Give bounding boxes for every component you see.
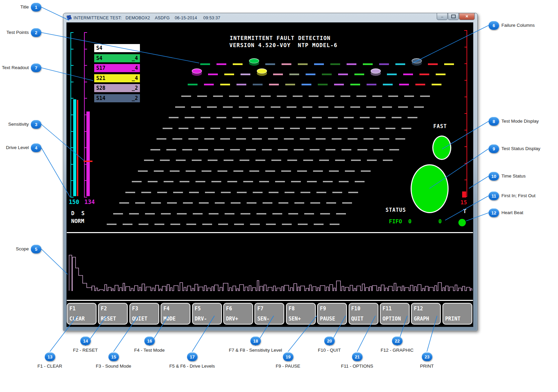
fkey-f12[interactable]: F12GRAPH xyxy=(411,303,441,325)
fkey-print[interactable]: PRINT xyxy=(442,303,472,325)
fkey-label: SEN- xyxy=(257,316,269,322)
history-dash xyxy=(277,96,287,97)
window-controls: – ✕ xyxy=(436,13,475,20)
fkey-number: F6 xyxy=(226,306,232,312)
history-dash xyxy=(240,160,249,161)
history-dash xyxy=(392,117,401,118)
test-point-row[interactable]: S4 xyxy=(94,44,140,52)
failure-dash xyxy=(289,74,299,75)
fkey-label: PRINT xyxy=(445,316,460,322)
history-dash xyxy=(350,106,360,108)
history-dash xyxy=(210,128,220,129)
close-button[interactable]: ✕ xyxy=(459,13,475,20)
fkey-label: MODE xyxy=(163,316,175,322)
history-dash xyxy=(320,213,330,214)
test-point-label: S4 xyxy=(96,45,102,51)
test-point-row[interactable]: S21_4 xyxy=(94,74,140,82)
red-ruler-cap xyxy=(464,30,467,31)
history-dash xyxy=(198,149,208,150)
history-dash xyxy=(207,106,217,108)
history-dash xyxy=(215,202,225,204)
history-dash xyxy=(154,224,164,225)
history-dash xyxy=(382,106,392,108)
history-dash xyxy=(160,160,170,161)
history-dash xyxy=(255,160,265,161)
history-dash xyxy=(221,192,231,193)
history-dash xyxy=(185,117,194,118)
history-dash xyxy=(334,106,344,108)
failure-dash xyxy=(387,74,397,75)
callout-label-5: Scope xyxy=(16,246,29,251)
fkey-number: F7 xyxy=(257,306,263,312)
history-dash xyxy=(348,192,358,193)
fkey-f1[interactable]: F1CLEAR xyxy=(67,303,97,325)
callout-pill-16: 16 xyxy=(144,336,155,345)
puck-cap xyxy=(412,58,422,63)
history-dash xyxy=(248,117,258,118)
test-point-row[interactable]: S4_4 xyxy=(94,54,140,62)
failure-dash xyxy=(269,84,279,85)
history-dash xyxy=(304,213,314,214)
test-point-row[interactable]: S28_2 xyxy=(94,84,140,92)
test-point-row[interactable]: S14_2 xyxy=(94,94,140,102)
callout-label-4: Drive Level xyxy=(6,145,29,150)
minimize-button[interactable]: – xyxy=(437,13,448,20)
history-dash xyxy=(186,224,196,225)
heart-beat-indicator xyxy=(458,219,466,226)
fkey-f7[interactable]: F7SEN- xyxy=(254,303,284,325)
red-ruler-tick xyxy=(464,113,467,114)
history-dash xyxy=(123,224,132,225)
fkey-f5[interactable]: F5DRV- xyxy=(192,303,222,325)
maximize-button[interactable] xyxy=(448,13,459,20)
app-icon xyxy=(67,16,72,20)
history-dash xyxy=(388,96,398,97)
fkey-label: OPTION xyxy=(383,316,401,322)
fkey-f2[interactable]: F2RESET xyxy=(98,303,128,325)
history-dash xyxy=(291,181,301,182)
history-dash xyxy=(360,117,370,118)
cyan-ruler-tick xyxy=(71,49,74,49)
test-point-row[interactable]: S17_4 xyxy=(94,64,140,72)
failure-puck xyxy=(249,58,259,66)
title-bar[interactable]: INTERMITTENCE TEST: DEMOBOX2 ASDFG 06-15… xyxy=(63,13,477,23)
callout-pill-10: 10 xyxy=(489,172,499,181)
fkey-f6[interactable]: F6DRV+ xyxy=(223,303,253,325)
history-dash xyxy=(209,213,219,214)
fkey-f9[interactable]: F9PAUSE xyxy=(317,303,347,325)
history-dash xyxy=(213,96,223,97)
fkey-label: QUIT xyxy=(351,316,364,322)
magenta-ruler-cap xyxy=(84,32,87,33)
history-dash xyxy=(189,192,199,193)
puck-cap xyxy=(249,58,259,63)
cyan-ruler-tick xyxy=(71,98,74,99)
callout-pill-15: 15 xyxy=(108,352,119,361)
failure-dash xyxy=(399,84,409,85)
failure-dash xyxy=(334,84,344,85)
app-window: INTERMITTENCE TEST: DEMOBOX2 ASDFG 06-15… xyxy=(63,13,478,331)
history-dash xyxy=(256,213,266,214)
history-dash xyxy=(262,149,272,150)
history-dash xyxy=(408,117,417,118)
history-dash xyxy=(316,192,326,193)
fkey-f3[interactable]: F3QUIET xyxy=(129,303,159,325)
fkey-f4[interactable]: F4MODE xyxy=(161,303,190,325)
callout-label-21: F11 - OPTIONS xyxy=(341,364,373,369)
history-dash xyxy=(290,128,300,129)
fkey-f10[interactable]: F10QUIT xyxy=(349,303,378,325)
callout-label-17: F5 & F6 - Drive Levels xyxy=(169,364,215,369)
history-dash xyxy=(194,128,204,129)
fkey-f11[interactable]: F11OPTION xyxy=(380,303,410,325)
history-dash xyxy=(310,202,320,204)
history-dash xyxy=(169,117,179,118)
fifo-value-2: 0 xyxy=(438,218,442,225)
failure-dash xyxy=(200,63,210,65)
callout-label-3: Sensitivity xyxy=(8,122,29,127)
callout-label-14: F2 - RESET xyxy=(73,348,98,353)
red-ruler-tick xyxy=(464,63,467,64)
test-point-label: S21 xyxy=(96,75,105,81)
fkey-label: PAUSE xyxy=(320,316,335,322)
failure-dash xyxy=(415,84,425,85)
fast-label: FAST xyxy=(433,123,447,129)
fkey-f8[interactable]: F8SEN+ xyxy=(286,303,316,325)
history-dash xyxy=(280,117,290,118)
